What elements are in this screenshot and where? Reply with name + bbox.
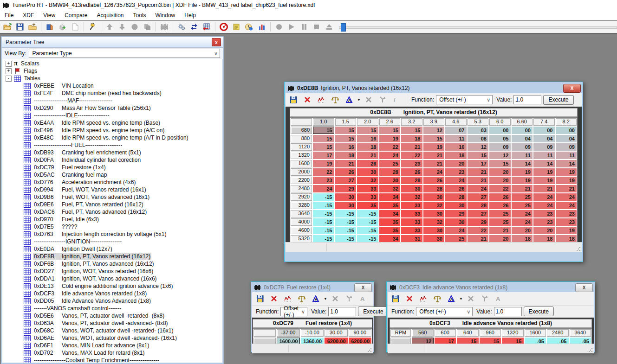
resize-grip[interactable] — [576, 247, 581, 251]
table-cell[interactable]: 30 — [423, 193, 445, 201]
tree-item-0xD994[interactable]: 0xD994Fuel, WOT, Vanos retarded (16x1) — [2, 186, 222, 193]
table-cell[interactable]: 00 — [489, 127, 511, 134]
history-clock-button[interactable]: i — [243, 21, 254, 32]
table-cell[interactable]: 12 — [489, 152, 511, 159]
table-cell[interactable]: 00 — [556, 127, 577, 134]
function-combobox[interactable]: Offset (+/-) ∨ — [280, 307, 307, 316]
delete-x-button[interactable] — [268, 293, 280, 304]
table-cell[interactable]: 26 — [489, 193, 511, 201]
graph-button[interactable] — [315, 94, 327, 105]
caret-down-icon[interactable]: ▼ — [324, 297, 327, 301]
tree-item-0xE4AA[interactable]: 0xE4AAIdle RPM speed vs. engine temp (Ba… — [2, 119, 222, 127]
da-play-button[interactable] — [286, 21, 297, 32]
table-cell[interactable]: 17 — [435, 338, 456, 344]
column-header[interactable]: 2.0 — [357, 118, 378, 126]
table-cell[interactable]: 33 — [357, 185, 378, 192]
table-cell[interactable]: 07 — [445, 127, 467, 134]
table-cell[interactable]: 28 — [445, 193, 467, 201]
table-cell[interactable]: 20 — [489, 235, 511, 242]
table-cell[interactable]: 1600.00 — [277, 338, 300, 344]
tree-item-0xDCF3[interactable]: 0xDCF3Idle advance Vanos retarded (1x8) — [2, 290, 222, 297]
table-cell[interactable]: 18 — [533, 235, 555, 242]
tree-item-0xD5AC[interactable]: 0xD5ACCranking fuel map — [2, 171, 222, 179]
table-cell[interactable]: 24 — [512, 210, 533, 217]
table-cell[interactable]: 15 — [313, 127, 334, 134]
tree-root-scalars[interactable]: +πScalars — [2, 60, 222, 67]
table-cell[interactable]: 19 — [379, 135, 401, 142]
table-cell[interactable]: 18 — [556, 235, 577, 242]
save-button[interactable] — [254, 293, 266, 304]
tree-expander-icon[interactable]: + — [6, 61, 12, 67]
table-cell[interactable]: -15 — [313, 235, 334, 242]
table-corner-cell[interactable]: RPM — [390, 329, 411, 337]
table-cell[interactable]: 26 — [423, 177, 445, 184]
tree-item-0xE0DA[interactable]: 0xE0DAIgnition Dwell (12x7) — [2, 245, 222, 253]
table-cell[interactable]: 25 — [379, 160, 401, 167]
row-header[interactable]: 1120 — [291, 143, 312, 151]
row-header[interactable]: 2200 — [291, 177, 312, 184]
row-header[interactable]: 4600 — [291, 227, 312, 234]
table-cell[interactable]: 23 — [401, 160, 422, 167]
table-cell[interactable]: 19 — [512, 177, 533, 184]
tree-item-0xE48C[interactable]: 0xE48CIdle RPM speed vs. engine temp (A/… — [2, 134, 222, 141]
caret-down-icon[interactable]: ▼ — [459, 297, 463, 301]
column-header[interactable]: 5.3 — [468, 118, 489, 126]
execute-button[interactable]: Execute — [358, 307, 388, 316]
column-header[interactable]: 600 — [435, 329, 456, 337]
table-corner-cell[interactable] — [253, 329, 276, 337]
table-cell[interactable]: 6200.00 — [349, 338, 372, 344]
table-cell[interactable]: 19 — [556, 168, 577, 176]
table-cell[interactable]: 25 — [445, 235, 467, 242]
table-cell[interactable]: -05 — [525, 338, 546, 344]
tree-item-0xDD27[interactable]: 0xDD27Ignition, WOT, Vanos retarded (16x… — [2, 268, 222, 275]
column-header[interactable]: 1600 — [525, 329, 546, 337]
table-cell[interactable]: 33 — [401, 227, 422, 234]
table-cell[interactable]: -15 — [335, 235, 357, 242]
table-cell[interactable]: 21 — [556, 185, 577, 192]
table-cell[interactable]: 15 — [401, 127, 422, 134]
table-cell[interactable]: 32 — [401, 193, 422, 201]
tree-item-separator[interactable]: -----------------IDLE----------------- — [2, 112, 222, 119]
table-cell[interactable]: 15 — [313, 135, 334, 142]
table-cell[interactable]: 15 — [379, 127, 401, 134]
table-cell[interactable]: 35 — [357, 202, 378, 209]
table-cell[interactable]: -05 — [570, 338, 591, 344]
column-header[interactable]: -10.00 — [301, 329, 324, 337]
menu-tools[interactable]: Tools — [129, 11, 151, 20]
tree-item-0xDE8B[interactable]: 0xDE8BIgnition, PT, Vanos retarded (16x1… — [2, 253, 222, 260]
table-cell[interactable]: 20 — [489, 177, 511, 184]
table-cell[interactable]: 14 — [512, 160, 533, 167]
table-cell[interactable]: 11 — [445, 135, 467, 142]
table-cell[interactable]: 33 — [401, 210, 422, 217]
table-cell[interactable]: 22 — [489, 185, 511, 192]
tree-item-0xD9B6[interactable]: 0xD9B6Fuel, WOT, Vanos advanced (16x1) — [2, 193, 222, 201]
table-cell[interactable]: 21 — [533, 185, 555, 192]
table-cell[interactable]: -15 — [313, 202, 334, 209]
column-header[interactable]: 3640 — [570, 329, 591, 337]
table-cell[interactable]: 00 — [512, 127, 533, 134]
table-cell[interactable]: 18 — [401, 135, 422, 142]
edit-axis-button[interactable]: A — [310, 293, 322, 304]
table-cell[interactable]: 24 — [533, 193, 555, 201]
view-by-combobox[interactable]: Parameter Type ∨ — [29, 49, 220, 58]
table-cell[interactable]: 33 — [401, 202, 422, 209]
table-cell[interactable]: 04 — [556, 135, 577, 142]
editor-titlebar[interactable]: 0xDCF3 Idle advance Vanos retarded (1x8)… — [388, 283, 594, 292]
save-button[interactable] — [287, 94, 299, 105]
table-cell[interactable]: 23 — [313, 177, 334, 184]
table-cell[interactable]: 14 — [556, 160, 577, 167]
tree-expander-icon[interactable]: - — [6, 76, 12, 82]
table-cell[interactable]: 15 — [335, 127, 357, 134]
column-header[interactable]: 2480 — [547, 329, 569, 337]
column-header[interactable]: 7.4 — [533, 118, 555, 126]
table-cell[interactable]: 09 — [556, 143, 577, 151]
table-cell[interactable]: 17 — [313, 152, 334, 159]
graph-button[interactable] — [417, 293, 429, 304]
tree-item-separator[interactable]: ------------------MAF------------------ — [2, 97, 222, 104]
table-cell[interactable]: 21 — [468, 235, 489, 242]
tree-item-0xDF6B[interactable]: 0xDF6BIgnition, PT, Vanos advanced (16x1… — [2, 260, 222, 268]
table-cell[interactable]: -15 — [313, 227, 334, 234]
row-header[interactable]: 1600 — [291, 160, 312, 167]
compare-bins-button[interactable] — [44, 21, 55, 32]
tree-item-0xFE4F[interactable]: 0xFE4FDME chip number (read hex backward… — [2, 89, 222, 97]
